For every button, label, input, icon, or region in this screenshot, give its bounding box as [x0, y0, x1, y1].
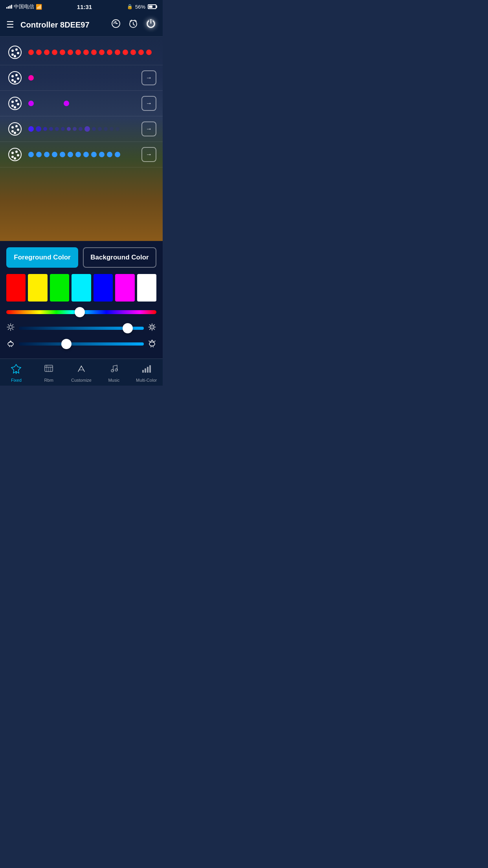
svg-point-32	[11, 156, 14, 158]
svg-point-21	[14, 106, 16, 108]
nav-arrow-4[interactable]: →	[141, 121, 156, 136]
palette-icon-4	[6, 120, 24, 138]
customize-label: Customize	[71, 378, 92, 383]
reset-icon[interactable]	[111, 18, 121, 31]
swatch-yellow[interactable]	[28, 274, 47, 302]
svg-point-18	[15, 99, 18, 102]
svg-line-40	[12, 329, 13, 329]
svg-rect-71	[147, 367, 149, 373]
swatch-red[interactable]	[6, 274, 26, 302]
svg-point-26	[11, 130, 14, 132]
svg-point-33	[14, 157, 16, 160]
nav-item-multicolor[interactable]: Multi-Color	[130, 359, 163, 386]
svg-point-29	[11, 152, 14, 154]
multicolor-label: Multi-Color	[136, 378, 157, 383]
nav-arrow-3[interactable]: →	[141, 96, 156, 111]
svg-point-25	[17, 129, 19, 131]
svg-line-51	[150, 329, 150, 329]
foreground-color-tab[interactable]: Foreground Color	[6, 247, 78, 268]
svg-line-50	[154, 325, 154, 326]
color-selector: Foreground Color Background Color	[0, 241, 163, 359]
fixed-label: Fixed	[11, 378, 22, 383]
speed-slider-thumb[interactable]	[61, 339, 72, 349]
dots-row-4	[28, 126, 137, 132]
svg-point-43	[150, 325, 154, 329]
music-icon	[108, 363, 119, 376]
nav-item-fixed[interactable]: Fixed	[0, 359, 33, 386]
light-row-5: →	[0, 142, 163, 167]
battery-percent: 56%	[135, 4, 145, 10]
svg-line-48	[150, 325, 150, 326]
svg-point-12	[15, 74, 18, 76]
svg-point-19	[17, 103, 19, 105]
svg-rect-70	[145, 368, 146, 373]
svg-line-42	[8, 329, 9, 329]
svg-point-23	[11, 126, 14, 129]
light-row-2: →	[0, 65, 163, 91]
svg-line-57	[153, 346, 153, 347]
svg-line-58	[149, 341, 150, 342]
background-color-tab[interactable]: Background Color	[83, 247, 156, 268]
power-icon[interactable]	[145, 18, 156, 31]
speed-max-icon	[148, 339, 156, 349]
bottom-nav: Fixed Rbm Customize	[0, 359, 163, 386]
status-left: 中国电信 📶	[6, 3, 42, 10]
svg-point-14	[11, 79, 14, 81]
controller-title: Controller 8DEE97	[20, 20, 105, 29]
brightness-slider-thumb[interactable]	[123, 323, 133, 333]
svg-point-24	[15, 125, 18, 127]
customize-icon	[76, 363, 87, 376]
svg-point-6	[17, 52, 19, 54]
svg-point-52	[8, 342, 13, 346]
palette-icon-5	[6, 146, 24, 163]
svg-rect-69	[142, 370, 144, 373]
brightness-max-icon	[148, 323, 156, 333]
svg-point-4	[11, 50, 14, 52]
hue-slider-container	[6, 307, 156, 317]
menu-icon[interactable]: ☰	[6, 20, 14, 30]
dots-row-2	[28, 75, 137, 81]
palette-icon-3	[6, 95, 24, 112]
alarm-icon[interactable]	[128, 18, 138, 31]
svg-line-53	[9, 346, 10, 347]
dots-row-5	[28, 152, 137, 157]
nav-item-customize[interactable]: Customize	[65, 359, 98, 386]
nav-arrow-5[interactable]: →	[141, 147, 156, 162]
hue-slider-thumb[interactable]	[75, 307, 85, 317]
svg-point-15	[14, 81, 16, 83]
main-content: → →	[0, 37, 163, 241]
palette-icon-1	[6, 44, 24, 61]
brightness-slider-container	[6, 323, 156, 333]
swatch-green[interactable]	[50, 274, 69, 302]
light-row-3: →	[0, 91, 163, 116]
brightness-min-icon	[6, 323, 15, 333]
svg-point-5	[15, 48, 18, 51]
svg-line-56	[151, 346, 151, 347]
nav-arrow-2[interactable]: →	[141, 70, 156, 85]
lock-icon: 🔒	[127, 4, 133, 9]
wifi-icon: 📶	[36, 4, 42, 10]
swatch-cyan[interactable]	[72, 274, 91, 302]
speed-track	[19, 342, 144, 346]
nav-item-music[interactable]: Music	[97, 359, 130, 386]
svg-point-13	[17, 77, 19, 80]
nav-item-rbm[interactable]: Rbm	[33, 359, 65, 386]
header-icons	[111, 18, 156, 31]
svg-point-7	[11, 53, 14, 56]
swatch-white[interactable]	[137, 274, 156, 302]
swatch-blue[interactable]	[94, 274, 113, 302]
fixed-icon	[11, 363, 22, 376]
time-display: 11:31	[77, 4, 92, 10]
svg-point-11	[11, 75, 14, 77]
color-tab-buttons: Foreground Color Background Color	[6, 247, 156, 268]
swatch-magenta[interactable]	[115, 274, 134, 302]
svg-point-34	[9, 326, 12, 329]
carrier-label: 中国电信	[14, 3, 34, 10]
svg-point-9	[14, 55, 16, 56]
svg-point-31	[17, 154, 19, 156]
rbm-icon	[43, 363, 54, 376]
dots-row-3	[28, 101, 137, 106]
svg-line-39	[8, 325, 9, 326]
svg-point-20	[11, 105, 14, 107]
light-row-1	[0, 40, 163, 65]
